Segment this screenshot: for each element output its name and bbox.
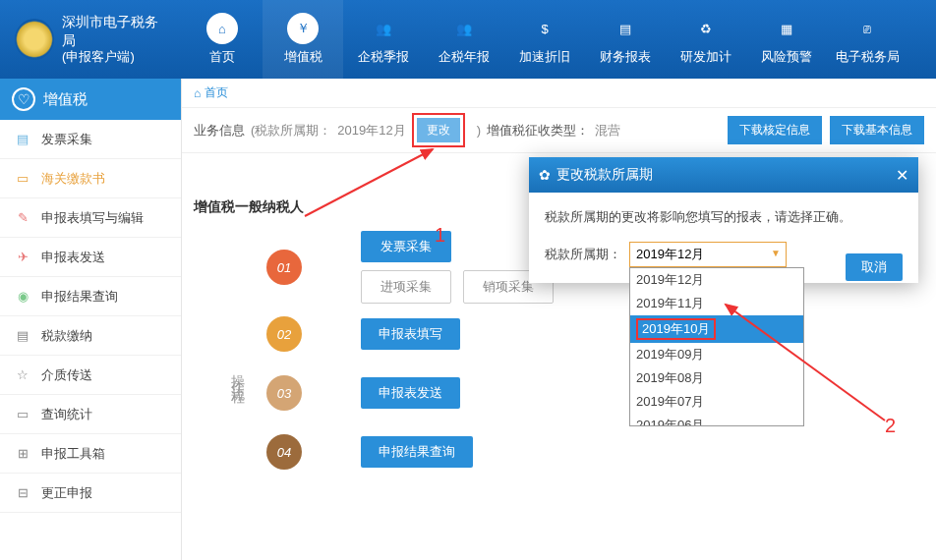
nav-label: 风险预警: [761, 48, 812, 66]
screen-icon: ⎚: [851, 13, 883, 44]
step-button[interactable]: 发票采集: [361, 231, 451, 262]
period-close: ): [477, 123, 481, 138]
nav-label: 增值税: [284, 48, 322, 66]
option-highlight: 2019年10月: [636, 318, 716, 340]
biz-label: 业务信息: [194, 122, 245, 140]
nav-item-calc[interactable]: ♻研发加计: [666, 0, 746, 79]
sidebar-item-2[interactable]: ✎申报表填写与编辑: [0, 198, 181, 238]
flow-step-04: 04申报结果查询: [266, 422, 924, 481]
sidebar-item-1[interactable]: ▭海关缴款书: [0, 159, 181, 198]
people-icon: 👥: [368, 13, 399, 44]
tax-type-label: 增值税征收类型：: [487, 122, 589, 140]
nav-item-report[interactable]: ▤财务报表: [585, 0, 666, 79]
step-button[interactable]: 申报结果查询: [361, 436, 473, 468]
change-period-dialog: ✿ 更改税款所属期 ✕ 税款所属期的更改将影响您填写的报表，请选择正确。 税款所…: [529, 157, 918, 283]
sidebar-item-label: 税款缴纳: [41, 327, 92, 345]
sidebar-item-7[interactable]: ▭查询统计: [0, 395, 181, 434]
sidebar-icon: ✎: [14, 209, 31, 227]
sidebar-item-4[interactable]: ◉申报结果查询: [0, 277, 181, 316]
close-icon[interactable]: ✕: [896, 166, 908, 185]
period-option[interactable]: 2019年07月: [630, 390, 803, 414]
yen-icon: ￥: [287, 13, 319, 44]
nav-label: 企税年报: [439, 48, 490, 66]
calc-icon: ♻: [690, 13, 722, 44]
change-button-highlight: 更改: [412, 113, 465, 147]
flow-vertical-label: 操作流程: [223, 230, 247, 481]
step-button[interactable]: 申报表填写: [361, 318, 460, 350]
sidebar-item-label: 申报结果查询: [41, 288, 118, 306]
business-info-bar: 业务信息 (税款所属期： 2019年12月 更改 ) 增值税征收类型： 混营 下…: [182, 108, 936, 153]
period-option[interactable]: 2019年10月: [630, 315, 803, 343]
sidebar-item-label: 申报工具箱: [41, 445, 105, 463]
period-dropdown-list: 2019年12月2019年11月2019年10月2019年09月2019年08月…: [629, 267, 804, 426]
sidebar-title: 增值税: [43, 90, 88, 109]
sidebar-item-9[interactable]: ⊟更正申报: [0, 474, 181, 513]
dialog-title: 更改税款所属期: [556, 166, 653, 184]
dialog-cancel-button[interactable]: 取消: [846, 253, 903, 281]
app-title-block: 深圳市电子税务局 (申报客户端): [62, 13, 167, 65]
top-nav: ⌂首页￥增值税👥企税季报👥企税年报$加速折旧▤财务报表♻研发加计▦风险预警⎚电子…: [182, 0, 936, 79]
sidebar-icon: ⊞: [14, 445, 31, 463]
period-option[interactable]: 2019年11月: [630, 292, 803, 315]
sidebar-item-8[interactable]: ⊞申报工具箱: [0, 434, 181, 474]
nav-item-money[interactable]: $加速折旧: [504, 0, 585, 79]
sidebar-icon: ▤: [14, 131, 31, 148]
nav-item-people[interactable]: 👥企税年报: [424, 0, 504, 79]
nav-label: 首页: [209, 48, 235, 66]
main-area: ⌂ 首页 业务信息 (税款所属期： 2019年12月 更改 ) 增值税征收类型：…: [182, 79, 936, 560]
money-icon: $: [529, 13, 560, 44]
emblem-icon: [15, 19, 54, 60]
period-input[interactable]: [629, 242, 787, 267]
period-option[interactable]: 2019年08月: [630, 366, 803, 390]
dialog-field-label: 税款所属期：: [545, 246, 621, 263]
sidebar-header: ♡ 增值税: [0, 79, 181, 120]
sidebar-item-5[interactable]: ▤税款缴纳: [0, 316, 181, 356]
sidebar-icon: ▭: [14, 406, 31, 423]
period-option[interactable]: 2019年09月: [630, 343, 803, 366]
sidebar: ♡ 增值税 ▤发票采集▭海关缴款书✎申报表填写与编辑✈申报表发送◉申报结果查询▤…: [0, 79, 182, 560]
app-title: 深圳市电子税务局: [62, 13, 167, 48]
sidebar-item-label: 查询统计: [41, 406, 92, 423]
period-combobox[interactable]: ▼ 2019年12月2019年11月2019年10月2019年09月2019年0…: [629, 242, 787, 267]
dialog-header[interactable]: ✿ 更改税款所属期 ✕: [529, 157, 918, 193]
nav-item-doc[interactable]: ▦风险预警: [746, 0, 827, 79]
sidebar-item-label: 发票采集: [41, 131, 92, 148]
period-value: 2019年12月: [337, 122, 405, 140]
logo-area: 深圳市电子税务局 (申报客户端): [0, 13, 182, 65]
report-icon: ▤: [610, 13, 641, 44]
sidebar-icon: ▤: [14, 327, 31, 345]
nav-item-people[interactable]: 👥企税季报: [343, 0, 424, 79]
step-button[interactable]: 申报表发送: [361, 377, 460, 409]
sidebar-item-3[interactable]: ✈申报表发送: [0, 238, 181, 277]
app-header: 深圳市电子税务局 (申报客户端) ⌂首页￥增值税👥企税季报👥企税年报$加速折旧▤…: [0, 0, 936, 79]
nav-item-home[interactable]: ⌂首页: [182, 0, 263, 79]
app-subtitle: (申报客户端): [62, 49, 167, 66]
change-period-button[interactable]: 更改: [417, 118, 460, 142]
people-icon: 👥: [448, 13, 480, 44]
step-button[interactable]: 进项采集: [361, 270, 451, 304]
sidebar-item-0[interactable]: ▤发票采集: [0, 120, 181, 159]
dialog-message: 税款所属期的更改将影响您填写的报表，请选择正确。: [545, 208, 903, 226]
sidebar-item-label: 申报表填写与编辑: [41, 209, 144, 227]
sidebar-item-label: 介质传送: [41, 366, 92, 384]
nav-item-screen[interactable]: ⎚电子税务局: [827, 0, 907, 79]
gear-icon: ✿: [539, 167, 551, 183]
sidebar-item-6[interactable]: ☆介质传送: [0, 356, 181, 395]
nav-label: 电子税务局: [836, 48, 900, 66]
breadcrumb-home[interactable]: 首页: [205, 84, 228, 101]
sidebar-icon: ▭: [14, 170, 31, 188]
flow-step-03: 03申报表发送: [266, 364, 924, 422]
sidebar-item-label: 申报表发送: [41, 249, 105, 266]
step-number: 01: [266, 250, 302, 285]
download-basic-button[interactable]: 下载基本信息: [830, 116, 924, 144]
nav-item-yen[interactable]: ￥增值税: [263, 0, 343, 79]
breadcrumb[interactable]: ⌂ 首页: [182, 79, 936, 108]
period-option[interactable]: 2019年06月: [630, 414, 803, 425]
sidebar-header-icon: ♡: [12, 87, 35, 111]
sidebar-icon: ☆: [14, 366, 31, 384]
download-assess-button[interactable]: 下载核定信息: [728, 116, 822, 144]
period-option[interactable]: 2019年12月: [630, 268, 803, 292]
step-number: 02: [266, 316, 302, 352]
step-number: 04: [266, 434, 302, 470]
nav-label: 加速折旧: [519, 48, 570, 66]
